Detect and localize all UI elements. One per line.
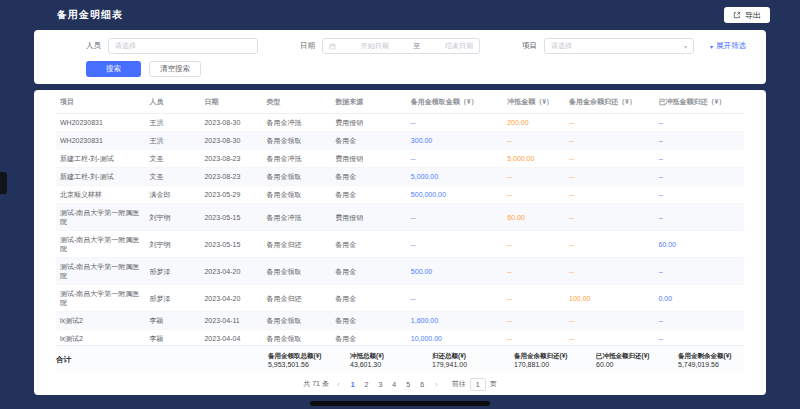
cell-offset: -- xyxy=(503,231,565,258)
column-header: 备用金余额归还（¥） xyxy=(565,90,654,114)
cell-project: lx测试2 xyxy=(56,312,145,330)
expand-filters-link[interactable]: ▾ 展开筛选 xyxy=(710,41,746,51)
column-header: 类型 xyxy=(262,90,331,114)
cell-project: WH20230831 xyxy=(56,114,145,132)
cell-type: 备用金领取 xyxy=(262,168,331,186)
cell-project: 北京顺义林林 xyxy=(56,186,145,204)
cell-balance_return: -- xyxy=(565,168,654,186)
cell-date: 2023-08-23 xyxy=(200,150,262,168)
cell-type: 备用金归还 xyxy=(262,231,331,258)
cell-date: 2023-08-30 xyxy=(200,132,262,150)
total-count-text: 共 71 条 xyxy=(303,379,329,389)
cell-type: 备用金领取 xyxy=(262,312,331,330)
table-row: 北京顺义林林满金郎2023-05-29备用金领取备用金500,000.00---… xyxy=(56,186,744,204)
content-area: 人员 请选择 日期 开始日期 至 结束日期 xyxy=(34,30,766,395)
cell-project: lx测试2 xyxy=(56,330,145,346)
page-number-3[interactable]: 3 xyxy=(375,381,385,388)
cell-offset_return: -- xyxy=(655,330,745,346)
summary-item-value: 43,601.30 xyxy=(350,360,416,369)
person-select[interactable]: 请选择 xyxy=(108,38,258,54)
cell-offset_return: -- xyxy=(655,312,745,330)
table-row: 新建工程-刘-测试文圣2023-08-23备用金冲抵费用报销--5,000.00… xyxy=(56,150,744,168)
cell-offset: 200.00 xyxy=(503,114,565,132)
clear-search-button[interactable]: 清空搜索 xyxy=(149,61,201,77)
summary-item: 冲抵总额(¥)43,601.30 xyxy=(350,351,416,369)
project-filter-label: 项目 xyxy=(522,41,537,51)
app-window: 备用金明细表 导出 人员 请选择 日期 xyxy=(0,0,800,409)
cell-received: 500.00 xyxy=(407,258,503,285)
cell-project: 新建工程-刘-测试 xyxy=(56,168,145,186)
table-row: WH20230831王洪2023-08-30备用金领取备用金300.00----… xyxy=(56,132,744,150)
summary-item: 已冲抵金额归还(¥)60.00 xyxy=(596,351,662,369)
summary-item-label: 冲抵总额(¥) xyxy=(350,351,416,360)
cell-offset_return: -- xyxy=(655,258,745,285)
cell-balance_return: -- xyxy=(565,258,654,285)
search-button[interactable]: 搜索 xyxy=(86,61,141,77)
prev-page-button[interactable]: ‹ xyxy=(334,380,343,389)
goto-suffix-label: 页 xyxy=(490,379,497,389)
cell-offset_return: -- xyxy=(655,186,745,204)
pagination: 共 71 条 ‹ 123456 › 前往 1 页 xyxy=(56,373,744,395)
cell-project: 新建工程-刘-测试 xyxy=(56,150,145,168)
cell-type: 备用金归还 xyxy=(262,285,331,312)
column-header: 数据来源 xyxy=(331,90,407,114)
page-number-1[interactable]: 1 xyxy=(348,381,358,388)
summary-items: 备用金领取总额(¥)5,953,501.56冲抵总额(¥)43,601.30归还… xyxy=(268,351,744,369)
cell-person: 邵梦泽 xyxy=(145,285,200,312)
cell-received: 500,000.00 xyxy=(407,186,503,204)
summary-item-value: 5,953,501.56 xyxy=(268,360,334,369)
date-filter-label: 日期 xyxy=(300,41,315,51)
export-button[interactable]: 导出 xyxy=(724,7,770,23)
table-row: 新建工程-刘-测试文圣2023-08-23备用金领取备用金5,000.00---… xyxy=(56,168,744,186)
table-row: WH20230831王洪2023-08-30备用金冲抵费用报销--200.00-… xyxy=(56,114,744,132)
table-header-row: 项目人员日期类型数据来源备用金领取金额（¥）冲抵金额（¥）备用金余额归还（¥）已… xyxy=(56,90,744,114)
cell-source: 备用金 xyxy=(331,258,407,285)
project-select[interactable]: 请选择 ▾ xyxy=(544,38,694,54)
cell-source: 费用报销 xyxy=(331,150,407,168)
drawer-handle[interactable] xyxy=(0,172,7,194)
cell-type: 备用金领取 xyxy=(262,186,331,204)
summary-item: 备用金余额归还(¥)170,881.00 xyxy=(514,351,580,369)
table-row: 测试-南昌大学第一附属医院刘宇明2023-05-15备用金冲抵费用报销--60.… xyxy=(56,204,744,231)
page-number-4[interactable]: 4 xyxy=(389,381,399,388)
column-header: 日期 xyxy=(200,90,262,114)
column-header: 人员 xyxy=(145,90,200,114)
page-number-5[interactable]: 5 xyxy=(403,381,413,388)
cell-type: 备用金冲抵 xyxy=(262,204,331,231)
cell-offset: -- xyxy=(503,330,565,346)
summary-total-label: 合计 xyxy=(56,355,71,365)
date-end-placeholder: 结束日期 xyxy=(445,41,473,51)
cell-balance_return: -- xyxy=(565,150,654,168)
cell-offset_return: -- xyxy=(655,150,745,168)
cell-offset_return: -- xyxy=(655,204,745,231)
home-indicator xyxy=(310,401,490,406)
goto-page-input[interactable]: 1 xyxy=(470,378,486,391)
date-range-picker[interactable]: 开始日期 至 结束日期 xyxy=(322,38,480,54)
table-body: WH20230831王洪2023-08-30备用金冲抵费用报销--200.00-… xyxy=(56,114,744,346)
summary-item: 归还总额(¥)179,941.00 xyxy=(432,351,498,369)
cell-balance_return: 100.00 xyxy=(565,285,654,312)
column-header: 冲抵金额（¥） xyxy=(503,90,565,114)
cell-balance_return: -- xyxy=(565,312,654,330)
export-button-label: 导出 xyxy=(745,10,761,21)
cell-balance_return: -- xyxy=(565,231,654,258)
cell-received: 300.00 xyxy=(407,132,503,150)
table-scroll-area[interactable]: 项目人员日期类型数据来源备用金领取金额（¥）冲抵金额（¥）备用金余额归还（¥）已… xyxy=(56,90,744,345)
cell-received: -- xyxy=(407,204,503,231)
cell-source: 备用金 xyxy=(331,168,407,186)
cell-balance_return: -- xyxy=(565,204,654,231)
next-page-button[interactable]: › xyxy=(432,380,441,389)
person-filter: 人员 请选择 xyxy=(86,38,258,54)
goto-prefix-label: 前往 xyxy=(452,379,466,389)
cell-source: 费用报销 xyxy=(331,204,407,231)
cell-type: 备用金领取 xyxy=(262,330,331,346)
page-numbers: 123456 xyxy=(348,381,427,388)
column-header: 项目 xyxy=(56,90,145,114)
page-number-2[interactable]: 2 xyxy=(362,381,372,388)
cell-project: 测试-南昌大学第一附属医院 xyxy=(56,204,145,231)
cell-balance_return: -- xyxy=(565,330,654,346)
cell-date: 2023-04-20 xyxy=(200,258,262,285)
page-number-6[interactable]: 6 xyxy=(417,381,427,388)
page-title: 备用金明细表 xyxy=(57,8,123,22)
table-row: lx测试2李颖2023-04-04备用金领取备用金10,000.00------ xyxy=(56,330,744,346)
